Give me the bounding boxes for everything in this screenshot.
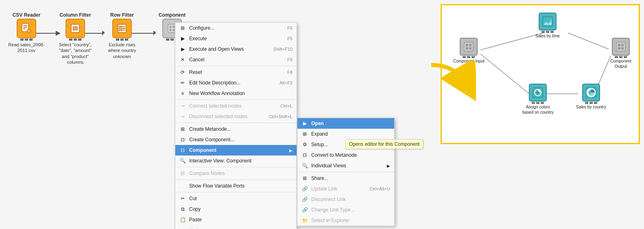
- convert-icon: ⊡: [301, 152, 308, 158]
- submenu-open[interactable]: ▶ Open: [297, 118, 394, 129]
- submenu-change-link: 🔗 Change Link Type...: [297, 205, 394, 215]
- svg-point-50: [537, 91, 539, 94]
- svg-rect-45: [621, 44, 624, 46]
- comp-output-ports: [615, 56, 627, 58]
- svg-rect-25: [169, 26, 172, 28]
- menu-sep-4: [175, 167, 297, 167]
- svg-rect-44: [618, 44, 620, 46]
- svg-rect-39: [469, 47, 472, 50]
- component-sub-icon: ⊡: [179, 147, 186, 153]
- comp-input-ports: [463, 56, 475, 58]
- flow-icon: [179, 183, 186, 189]
- svg-rect-9: [23, 28, 26, 29]
- open-icon: ▶: [301, 120, 308, 127]
- submenu-expand[interactable]: ⊞ Expand: [297, 129, 394, 139]
- color-manager-label: Assign colorsbased on country: [522, 105, 554, 115]
- connect-icon: ⊸: [179, 103, 186, 109]
- menu-execute-open[interactable]: ▶ Execute and Open Views Shift+F10: [175, 44, 297, 54]
- row-filter-icon: [112, 19, 132, 38]
- menu-create-component[interactable]: ⊡ Create Component...: [175, 134, 297, 145]
- csv-reader-icon: ≡: [17, 19, 36, 38]
- stacked-area-ports: [541, 31, 554, 33]
- svg-rect-37: [469, 44, 472, 46]
- views-icon: 🔍: [301, 162, 308, 169]
- comp-output-icon: [612, 38, 630, 56]
- share-icon: ⊞: [301, 175, 308, 181]
- menu-configure[interactable]: ⊞ Configure... F6: [175, 23, 297, 33]
- create-meta-icon: ⊞: [179, 126, 186, 132]
- menu-sep-6: [175, 192, 297, 192]
- execute-icon: ▶: [179, 35, 186, 42]
- menu-paste[interactable]: 📋 Paste: [175, 214, 297, 225]
- submenu-sep-1: [297, 172, 394, 172]
- context-menu: ⊞ Configure... F6 ▶ Execute F5 ▶ Execute…: [175, 22, 297, 229]
- menu-cut[interactable]: ✂ Cut: [175, 193, 297, 204]
- menu-edit-desc[interactable]: ✏ Edit Node Description... Alt+F2: [175, 78, 297, 88]
- svg-rect-43: [616, 42, 625, 51]
- menu-create-meta[interactable]: ⊞ Create Metanode...: [175, 124, 297, 134]
- submenu-update-link: 🔗 Update Link Ctrl+Alt+U: [297, 184, 394, 194]
- column-filter-node[interactable]: Column Filter Select "country","date", "…: [57, 12, 94, 65]
- update-link-icon: 🔗: [301, 186, 308, 192]
- submenu-disconnect-link: 🔗 Disconnect Link: [297, 194, 394, 205]
- copy-icon: ⧉: [179, 206, 186, 212]
- comp-output-node[interactable]: Component Output: [605, 38, 637, 69]
- menu-undo: ↩ Undo: [175, 225, 297, 229]
- menu-sep-2: [175, 99, 297, 100]
- column-filter-label: Select "country","date", "amount"and "pr…: [57, 42, 94, 65]
- submenu-convert[interactable]: ⊡ Convert to Metanode: [297, 150, 394, 160]
- svg-line-31: [480, 54, 529, 94]
- menu-sep-1: [175, 66, 297, 66]
- interactive-view-icon: 🔍: [179, 158, 186, 164]
- comp-output-label: Component Output: [605, 59, 637, 69]
- yellow-arrow: [427, 61, 476, 110]
- edit-icon: ✏: [179, 80, 186, 86]
- cut-icon: ✂: [179, 195, 186, 202]
- row-filter-node[interactable]: Row Filter Exclude rowswhere countryunkn…: [104, 12, 140, 59]
- csv-reader-ports: [20, 39, 33, 41]
- menu-cancel[interactable]: ✕ Cancel F9: [175, 54, 297, 65]
- svg-rect-7: [23, 25, 27, 26]
- menu-show-flow[interactable]: Show Flow Variable Ports: [175, 181, 297, 191]
- menu-interactive-view[interactable]: 🔍 Interactive View: Component: [175, 156, 297, 166]
- color-manager-node[interactable]: Assign colorsbased on country: [522, 84, 554, 115]
- menu-copy[interactable]: ⧉ Copy: [175, 204, 297, 214]
- svg-rect-8: [23, 27, 27, 28]
- reset-icon: ⟳: [179, 69, 186, 76]
- svg-line-30: [480, 33, 544, 50]
- row-filter-label: Exclude rowswhere countryunknown: [108, 42, 136, 59]
- svg-rect-35: [464, 42, 473, 51]
- menu-reset[interactable]: ⟳ Reset F8: [175, 67, 297, 78]
- color-manager-ports: [532, 102, 544, 104]
- compare-icon: ⊟: [179, 170, 186, 177]
- color-manager-icon: [529, 84, 547, 102]
- pie-chart-icon: [582, 84, 600, 102]
- setup-icon: ⚙: [301, 141, 308, 148]
- svg-rect-27: [169, 29, 172, 31]
- pie-chart-label: Sales by country: [576, 105, 606, 110]
- configure-icon: ⊞: [179, 25, 186, 31]
- annotation-icon: ≡: [179, 90, 186, 97]
- change-link-icon: 🔗: [301, 207, 308, 213]
- workflow-canvas: CSV Reader ≡ Read sales_2008-2011.csv Co…: [0, 0, 644, 229]
- menu-component-sub[interactable]: ⊡ Component ▶: [175, 145, 297, 156]
- menu-connect-nodes: ⊸ Connect selected nodes Ctrl+L: [175, 101, 297, 111]
- paste-icon: 📋: [179, 216, 186, 223]
- pie-chart-node[interactable]: Sales by country: [576, 84, 606, 110]
- csv-reader-label: Read sales_2008-2011.csv: [8, 42, 45, 54]
- menu-new-annotation[interactable]: ≡ New Workflow Annotation: [175, 88, 297, 99]
- disconnect-icon: ⊸: [179, 113, 186, 120]
- submenu-select-explorer: 📁 Select in Explorer: [297, 215, 394, 226]
- component-submenu: ▶ Open ⊞ Expand ⚙ Setup... ⊡ Convert to …: [297, 118, 395, 226]
- row-filter-title: Row Filter: [110, 12, 134, 18]
- component-title: Component: [159, 12, 186, 18]
- menu-sep-5: [175, 179, 297, 180]
- csv-reader-node[interactable]: CSV Reader ≡ Read sales_2008-2011.csv: [8, 12, 45, 54]
- cancel-icon: ✕: [179, 56, 186, 63]
- stacked-area-node[interactable]: Sales by time: [535, 13, 560, 39]
- submenu-share[interactable]: ⊞ Share...: [297, 173, 394, 184]
- comp-input-node[interactable]: Component Input: [453, 38, 485, 64]
- svg-rect-38: [466, 47, 468, 50]
- submenu-individual-views[interactable]: 🔍 Individual Views ▶: [297, 160, 394, 171]
- menu-execute[interactable]: ▶ Execute F5: [175, 33, 297, 44]
